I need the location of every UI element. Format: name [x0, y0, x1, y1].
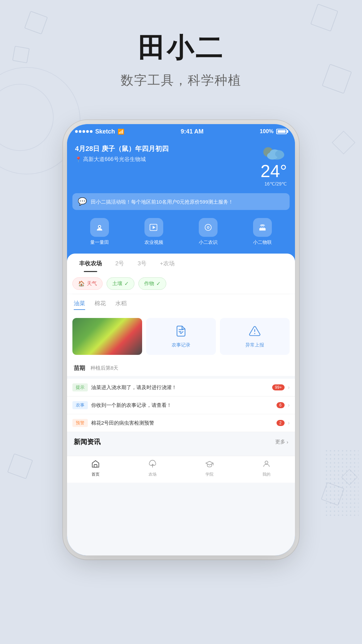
action-iot[interactable]: 小二物联: [253, 218, 272, 246]
alert-text-warning: 棉花2号田的病虫害检测预警: [91, 420, 273, 426]
alert-tag-warning: 预警: [72, 419, 88, 427]
knowledge-icon: [199, 218, 218, 237]
status-right: 100%: [260, 128, 287, 135]
carrier-label: Sketch: [95, 128, 115, 135]
crop-badge-icon: ✓: [156, 280, 161, 287]
alert-arrow-warning: ›: [288, 420, 290, 426]
soil-badge-icon: ✓: [124, 280, 129, 287]
quick-actions: 量一量田 农业视频 小: [67, 215, 295, 254]
news-header: 新闻资讯 更多 ›: [74, 437, 288, 446]
growth-stage: 苗期: [74, 364, 85, 372]
svg-point-13: [207, 227, 209, 228]
wifi-icon: 📶: [118, 128, 124, 135]
notification-banner[interactable]: 💬 田小二搞活动啦！每个地区前10名用户0元抢原价599测土服务！: [72, 193, 290, 210]
svg-point-6: [275, 151, 284, 158]
notification-icon: 💬: [78, 197, 87, 206]
alert-farm[interactable]: 农事 你收到一个新的农事记录，请查看！ 6 ›: [67, 396, 295, 414]
image-grid: 农事记录 异常上报: [67, 313, 295, 360]
video-icon: [144, 218, 163, 237]
crop-tab-rapeseed[interactable]: 油菜: [74, 300, 85, 310]
field-image-container[interactable]: [72, 318, 142, 355]
weather-section: 4月28日 庚子（鼠）年四月初四 📍 高新大道666号光谷生物城: [67, 139, 295, 193]
nav-farm-label: 农场: [148, 472, 157, 477]
action-label-measure: 量一量田: [90, 239, 109, 246]
battery-bar: [276, 129, 287, 134]
farm-record-card[interactable]: 农事记录: [146, 318, 216, 355]
more-arrow-icon: ›: [287, 439, 288, 445]
nav-farm[interactable]: 农场: [148, 460, 157, 477]
svg-rect-15: [260, 227, 261, 228]
farm-tab-3[interactable]: 3号: [131, 254, 153, 272]
status-left: Sketch 📶: [75, 128, 124, 135]
badge-crop[interactable]: 作物 ✓: [138, 277, 166, 290]
measure-icon: [90, 218, 109, 237]
action-label-knowledge: 小二农识: [199, 239, 218, 246]
notification-text: 田小二搞活动啦！每个地区前10名用户0元抢原价599测土服务！: [91, 198, 233, 205]
alert-tip[interactable]: 提示 油菜进入浇水期了，请及时进行浇灌！ 99+ ›: [67, 379, 295, 396]
news-section: 新闻资讯 更多 ›: [67, 432, 295, 456]
nav-profile-label: 我的: [262, 472, 270, 477]
weather-icon-area: [260, 144, 287, 161]
nav-academy-label: 学院: [205, 472, 214, 477]
alert-badge-warning: 2: [277, 420, 285, 426]
profile-icon: [262, 460, 271, 470]
battery-percent: 100%: [260, 128, 274, 135]
action-measure[interactable]: 量一量田: [90, 218, 109, 246]
battery-fill: [278, 130, 286, 133]
field-map-image: [72, 318, 142, 355]
status-badges: 🏠 天气 土壤 ✓ 作物 ✓: [67, 272, 295, 294]
weather-badge-label: 天气: [87, 280, 97, 287]
alert-arrow-tip: ›: [288, 384, 290, 390]
badge-weather[interactable]: 🏠 天气: [72, 277, 103, 290]
main-card: 丰收农场 2号 3号 +农场 🏠 天气 土壤 ✓ 作物 ✓: [67, 254, 295, 555]
status-time: 9:41 AM: [181, 128, 203, 135]
farm-tab-2[interactable]: 2号: [109, 254, 131, 272]
nav-home-label: 首页: [92, 472, 100, 477]
nav-home[interactable]: 首页: [91, 460, 100, 477]
location-text: 高新大道666号光谷生物城: [83, 156, 146, 163]
alert-text-tip: 油菜进入浇水期了，请及时进行浇灌！: [91, 384, 269, 391]
farm-record-icon: [175, 325, 187, 339]
farm-tab-1[interactable]: 丰收农场: [72, 254, 109, 272]
news-more[interactable]: 更多 ›: [275, 439, 288, 445]
soil-badge-label: 土壤: [112, 280, 122, 287]
academy-icon: [205, 460, 214, 470]
action-knowledge[interactable]: 小二农识: [199, 218, 218, 246]
weather-left: 4月28日 庚子（鼠）年四月初四 📍 高新大道666号光谷生物城: [75, 144, 169, 163]
svg-rect-16: [262, 227, 263, 228]
crop-tab-cotton[interactable]: 棉花: [95, 300, 106, 310]
alert-arrow-farm: ›: [288, 402, 290, 408]
status-bar: Sketch 📶 9:41 AM 100%: [67, 124, 295, 139]
farm-tab-add[interactable]: +农场: [153, 254, 181, 272]
nav-academy[interactable]: 学院: [205, 460, 214, 477]
anomaly-report-label: 异常上报: [245, 342, 264, 348]
weather-date: 4月28日 庚子（鼠）年四月初四: [75, 144, 169, 153]
alert-tag-farm: 农事: [72, 401, 88, 409]
alert-warning[interactable]: 预警 棉花2号田的病虫害检测预警 2 ›: [67, 414, 295, 432]
weather-temp: 24°: [260, 162, 287, 180]
crop-badge-label: 作物: [144, 280, 154, 287]
iot-icon: [253, 218, 272, 237]
phone-content: 4月28日 庚子（鼠）年四月初四 📍 高新大道666号光谷生物城: [67, 139, 295, 555]
svg-point-25: [265, 461, 268, 464]
news-title: 新闻资讯: [74, 437, 101, 446]
app-title: 田小二: [0, 30, 362, 66]
weather-temp-range: 16℃/29℃: [264, 181, 287, 186]
action-video[interactable]: 农业视频: [144, 218, 163, 246]
anomaly-report-card[interactable]: 异常上报: [220, 318, 290, 355]
bottom-nav: 首页 农场: [67, 456, 295, 483]
nav-profile[interactable]: 我的: [262, 460, 271, 477]
svg-rect-17: [264, 227, 264, 228]
phone-frame: Sketch 📶 9:41 AM 100% 4月28日 庚子（鼠）年四月初四 📍…: [67, 124, 295, 555]
alert-text-farm: 你收到一个新的农事记录，请查看！: [91, 402, 273, 409]
farm-nav-icon: [148, 460, 157, 470]
svg-point-8: [99, 226, 101, 227]
action-label-iot: 小二物联: [253, 239, 272, 246]
svg-rect-14: [259, 228, 266, 230]
alert-badge-tip: 99+: [272, 384, 284, 390]
alert-badge-farm: 6: [277, 402, 285, 408]
action-label-video: 农业视频: [144, 239, 163, 246]
badge-soil[interactable]: 土壤 ✓: [107, 277, 134, 290]
crop-tab-rice[interactable]: 水稻: [115, 300, 127, 310]
location-icon: 📍: [75, 156, 82, 163]
